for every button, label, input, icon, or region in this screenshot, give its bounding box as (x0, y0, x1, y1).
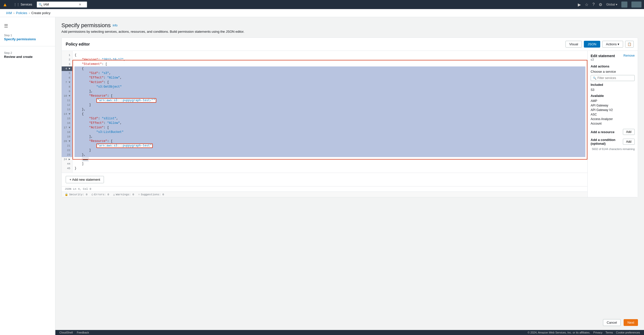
breadcrumb-current: Create policy (31, 11, 51, 15)
bell-icon[interactable]: ☆ (585, 2, 588, 7)
settings-icon[interactable]: ⚙ (599, 2, 602, 7)
line-num-7: 7 ▼ (62, 80, 72, 85)
code-line-18: "s3:ListBucket" (74, 130, 585, 134)
line-num-22: 22 (62, 148, 72, 153)
breadcrumb: IAM › Policies › Create policy (6, 11, 50, 15)
add-actions-section: Add actions Choose a service 🔍 Included … (591, 64, 635, 126)
service-account[interactable]: Account (591, 121, 635, 126)
help-icon[interactable]: ? (592, 2, 595, 7)
code-line-8: "s3:GetObject" (74, 85, 585, 89)
remove-statement-link[interactable]: Remove (623, 54, 635, 57)
service-access-analyzer[interactable]: Access Analyzer (591, 117, 635, 121)
policy-editor-title: Policy editor (66, 42, 90, 47)
service-amp[interactable]: AMP (591, 99, 635, 103)
page-header: Specify permissions info Add permissions… (61, 22, 638, 33)
cancel-button[interactable]: Cancel (603, 319, 621, 326)
privacy-link[interactable]: Privacy (593, 331, 602, 334)
warning-icon: △ (113, 193, 115, 196)
policy-editor-card: Policy editor Visual JSON Actions ▾ 📋 (61, 38, 638, 197)
step-1-title: Specify permissions (4, 37, 51, 41)
collapsed-block[interactable]: ▬▬▬ (82, 157, 89, 162)
code-editor[interactable]: 1 2 3 4 ▼ 5 6 7 ▼ 8 9 10 ▼ (62, 51, 587, 197)
code-content-area[interactable]: { "Version": "2012-10-17", "Statement": … (72, 51, 587, 173)
add-resource-button[interactable]: Add (623, 129, 635, 135)
global-region-selector[interactable]: Global ▾ (606, 3, 617, 6)
code-line-7: "Action": [ (74, 80, 585, 85)
add-new-statement-button[interactable]: + Add new statement (66, 176, 104, 183)
filter-services-input[interactable]: 🔍 (591, 75, 635, 81)
add-condition-button[interactable]: Add (623, 139, 635, 145)
feedback-footer[interactable]: Feedback (77, 331, 89, 334)
code-line-20: "Resource": [ (74, 139, 585, 143)
visual-mode-button[interactable]: Visual (565, 41, 582, 48)
add-resource-label: Add a resource (591, 130, 615, 134)
breadcrumb-iam[interactable]: IAM (6, 11, 12, 15)
top-navigation: ▲ ⋮⋮ Services 🔍 ✕ ▶ ☆ ? ⚙ Global ▾ (0, 0, 644, 9)
search-clear-icon[interactable]: ✕ (79, 3, 81, 6)
next-button[interactable]: Next (624, 319, 638, 326)
service-s3[interactable]: S3 (591, 88, 635, 92)
code-line-1: { (74, 53, 585, 57)
code-line-21: "arn:aws:s3:::puppygraph-test" (74, 143, 585, 148)
breadcrumb-bar: IAM › Policies › Create policy (0, 9, 644, 17)
code-line-24: ▬▬▬ (74, 157, 585, 162)
service-api-gateway[interactable]: API Gateway (591, 103, 635, 108)
actions-button[interactable]: Actions ▾ (602, 41, 623, 48)
account-switcher[interactable] (631, 2, 641, 8)
services-nav-button[interactable]: ⋮⋮ Services (12, 3, 34, 6)
add-resource-row: Add a resource Add (591, 129, 635, 135)
code-line-3: "Statement": [ (74, 62, 585, 66)
code-line-45: } (74, 166, 585, 171)
search-input[interactable] (44, 3, 79, 6)
editor-area: 1 2 3 4 ▼ 5 6 7 ▼ 8 9 10 ▼ (62, 51, 638, 197)
page-description: Add permissions by selecting services, a… (61, 30, 638, 33)
footer-right: © 2024, Amazon Web Services, Inc. or its… (527, 331, 640, 334)
cloudshell-footer[interactable]: CloudShell (59, 331, 73, 334)
code-line-10: "Resource": [ (74, 94, 585, 98)
search-icon: 🔍 (39, 3, 43, 7)
add-actions-title: Add actions (591, 64, 635, 68)
code-lines: 1 2 3 4 ▼ 5 6 7 ▼ 8 9 10 ▼ (62, 51, 587, 173)
services-list: Included S3 Available AMP API Gateway AP… (591, 83, 635, 126)
panel-title-group: Edit statement s3 (591, 54, 615, 61)
breadcrumb-sep-1: › (13, 11, 14, 15)
add-condition-label: Add a condition (optional) (591, 138, 623, 145)
editor-toolbar-buttons: Visual JSON Actions ▾ 📋 (565, 41, 634, 48)
step-2-label: Step 2 (4, 51, 51, 54)
global-search-bar[interactable]: 🔍 ✕ (37, 2, 87, 8)
cookie-preferences-link[interactable]: Cookie preferences (616, 331, 640, 334)
breadcrumb-policies[interactable]: Policies (16, 11, 27, 15)
line-num-8: 8 (62, 85, 72, 89)
step-2-title: Review and create (4, 55, 51, 59)
main-area: Specify permissions info Add permissions… (55, 17, 644, 315)
sidebar-step-1: Step 1 Specify permissions (0, 31, 55, 44)
action-buttons-row: Cancel Next (55, 315, 644, 330)
info-link[interactable]: info (113, 24, 118, 27)
service-asc[interactable]: ASC (591, 112, 635, 117)
line-num-9: 9 (62, 89, 72, 94)
terms-link[interactable]: Terms (605, 331, 613, 334)
code-line-2: "Version": "2012-10-17", (74, 57, 585, 62)
filter-services-text[interactable] (597, 76, 632, 80)
user-avatar[interactable] (621, 2, 627, 8)
copy-button[interactable]: 📋 (625, 41, 634, 48)
sidebar: ☰ Step 1 Specify permissions Step 2 Revi… (0, 17, 55, 335)
copyright-text: © 2024, Amazon Web Services, Inc. or its… (527, 331, 590, 334)
step-1-label: Step 1 (4, 34, 51, 37)
code-line-22: ] (74, 148, 585, 153)
line-num-10: 10 ▼ (62, 94, 72, 98)
main-content: Specify permissions info Add permissions… (55, 17, 644, 335)
sidebar-toggle[interactable]: ☰ (0, 21, 55, 31)
page-title-row: Specify permissions info (61, 22, 638, 29)
line-num-23: 23 (62, 153, 72, 157)
service-api-gateway-v2[interactable]: API Gateway V2 (591, 108, 635, 112)
sidebar-step-2: Step 2 Review and create (0, 48, 55, 62)
suggestion-icon: ○ (138, 193, 140, 196)
footer-left: CloudShell Feedback (59, 331, 89, 334)
line-num-24: 24 ▶ (62, 157, 72, 162)
panel-subtitle: s3 (591, 58, 615, 61)
code-line-12: ] (74, 103, 585, 107)
code-line-19: ], (74, 134, 585, 139)
cloudshell-icon[interactable]: ▶ (578, 2, 581, 7)
json-mode-button[interactable]: JSON (584, 41, 600, 48)
